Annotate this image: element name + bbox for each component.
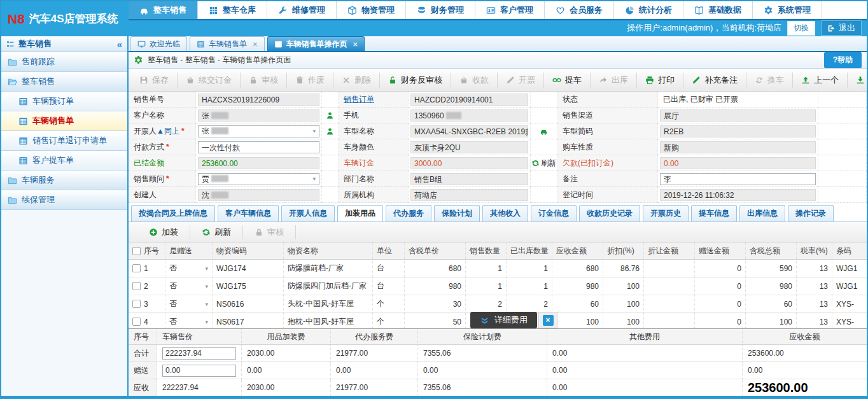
dropdown-arrow-icon: ▾ — [205, 265, 208, 272]
nav-item[interactable]: 客户管理 — [475, 1, 545, 19]
sidebar-item[interactable]: 车辆服务 — [1, 171, 127, 190]
help-button[interactable]: ?帮助 — [824, 52, 862, 68]
sidebar-item[interactable]: 车辆销售单 — [1, 111, 127, 131]
app-title: 汽车4S店管理系统 — [29, 11, 118, 26]
detail-tab[interactable]: 出库信息 — [739, 205, 785, 221]
toolbar-button[interactable]: 补充备注 — [683, 73, 746, 88]
invoicee-select[interactable]: 张▾ — [198, 125, 319, 137]
toolbar-button[interactable]: 收款 — [451, 73, 498, 88]
detail-tab[interactable]: 操作记录 — [788, 205, 834, 221]
vehicle-price-value[interactable]: 222237.94 — [162, 347, 236, 360]
nav-item[interactable]: 会员服务 — [545, 1, 614, 19]
select-all-checkbox[interactable] — [132, 247, 141, 255]
toolbar-button[interactable]: 财务反审核 — [380, 73, 451, 88]
pick-invoicee-icon[interactable] — [326, 127, 334, 136]
detail-tab[interactable]: 加装用品 — [337, 205, 383, 222]
items-toolbar-button[interactable]: 加装 — [137, 225, 190, 239]
detail-tab[interactable]: 保险计划 — [434, 205, 480, 221]
detail-tab[interactable]: 订金信息 — [531, 205, 577, 221]
toolbar-button[interactable]: 续交订金 — [178, 73, 241, 88]
page-tab-label: 车辆销售单操作页 — [286, 39, 347, 50]
close-tab-icon[interactable]: × — [353, 40, 358, 48]
detail-tab[interactable]: 客户车辆信息 — [218, 205, 279, 221]
close-tab-icon[interactable]: × — [253, 40, 258, 48]
detail-tab[interactable]: 收款历史记录 — [579, 205, 640, 221]
page-tab[interactable]: 车辆销售单操作页 × — [267, 36, 365, 51]
toolbar-button[interactable]: 开票 — [498, 73, 544, 88]
receivable-total-value: 253600.00 — [743, 345, 867, 361]
sidebar-item[interactable]: 客户提车单 — [1, 151, 127, 171]
toolbar-button[interactable]: 下一个 — [848, 73, 867, 88]
order-form: 销售单号 HAZCXS20191226009 销售订单 HAZCDD201909… — [129, 92, 867, 203]
items-toolbar-button[interactable]: 审核 — [243, 225, 296, 239]
payment-input[interactable]: 一次性付款 — [198, 141, 319, 153]
toolbar-button[interactable]: 作废 — [287, 73, 333, 88]
toggle-detail-fee-button[interactable]: 详细费用 — [470, 312, 537, 328]
switch-org-button[interactable]: 切换 — [787, 21, 815, 36]
toolbar-button[interactable]: 审核 — [241, 73, 287, 88]
close-detail-fee-icon[interactable]: × — [543, 315, 554, 326]
row-checkbox[interactable] — [132, 282, 141, 290]
detail-tab[interactable]: 按揭合同及上牌信息 — [131, 205, 215, 221]
page-tab[interactable]: 车辆销售单 × — [190, 36, 265, 51]
sidebar-item[interactable]: 整车销售 — [1, 72, 127, 92]
creator-value: 沈 — [198, 189, 319, 201]
nav-item[interactable]: 统计分析 — [614, 1, 683, 19]
deposit-value: 3000.00 — [410, 157, 528, 169]
toolbar-button[interactable]: 提车 — [544, 73, 591, 88]
item-row[interactable]: 3 否▾ NS0616 头枕-中国风-好车屋 个 30 2 2 60 100 0… — [129, 295, 867, 313]
gift-select[interactable]: 否▾ — [169, 298, 208, 309]
sidebar-item[interactable]: 售前跟踪 — [1, 52, 127, 72]
logout-button[interactable]: 退出 — [821, 20, 862, 36]
toolbar-button[interactable]: 删除 — [333, 73, 380, 88]
nav-item[interactable]: 整车销售 — [129, 1, 198, 19]
sidebar-item[interactable]: 车辆预订单 — [1, 92, 127, 111]
row-checkbox[interactable] — [132, 318, 141, 326]
toolbar-button[interactable]: 上一个 — [793, 73, 848, 88]
nav-item[interactable]: 物资管理 — [337, 1, 406, 19]
remark-input[interactable]: 李 — [660, 173, 816, 185]
fee-summary-panel: 序号 车辆售价 用品加装费 代办服务费 保险计划费 其他费用 应收金额 合计 2… — [129, 328, 867, 396]
items-toolbar-button[interactable]: 刷新 — [190, 225, 243, 239]
detail-tab[interactable]: 其他收入 — [482, 205, 528, 221]
detail-fee-popup: 详细费用 × — [470, 312, 557, 328]
vehicle-price-value[interactable]: 0.00 — [162, 365, 236, 377]
detail-tab[interactable]: 开票人信息 — [281, 205, 335, 221]
same-as-above-link[interactable]: ▲同上 — [157, 126, 179, 137]
nav-item[interactable]: 财务管理 — [406, 1, 475, 19]
sidebar-item[interactable]: 续保管理 — [1, 190, 127, 210]
pick-customer-icon[interactable] — [326, 111, 334, 120]
toolbar-button[interactable]: 出库 — [591, 73, 637, 88]
summary-row: 赠送 0.00 0.00 0.00 0.00 0.00 0.00 — [129, 362, 867, 379]
sale-order-link[interactable]: 销售订单 — [344, 94, 374, 105]
nav-item[interactable]: 维修管理 — [267, 1, 337, 19]
gift-select[interactable]: 否▾ — [169, 263, 208, 274]
item-barcode: WJG1 — [832, 260, 867, 277]
detail-tab[interactable]: 提车信息 — [691, 205, 737, 221]
logo-n8: N8 — [8, 11, 25, 27]
sidebar-item-label: 售前跟踪 — [22, 56, 55, 67]
sidebar-item-label: 车辆销售单 — [32, 115, 74, 127]
row-checkbox[interactable] — [132, 264, 141, 272]
sidebar-item[interactable]: 销售订单退订申请单 — [1, 131, 127, 151]
collapse-sidebar-icon[interactable]: « — [117, 39, 122, 50]
detail-tab-label: 提车信息 — [699, 209, 729, 218]
nav-item[interactable]: 基础数据 — [683, 1, 753, 19]
car-icon[interactable] — [540, 127, 548, 136]
item-row[interactable]: 2 否▾ WJG175 防爆膜四门加后档-厂家 台 980 1 1 980 10… — [129, 277, 867, 295]
vehicle-price-value[interactable]: 222237.94 — [162, 383, 199, 392]
advisor-select[interactable]: 贾▾ — [198, 173, 319, 185]
gift-select[interactable]: 否▾ — [169, 281, 208, 291]
page-tab[interactable]: 欢迎光临 — [130, 36, 187, 51]
toolbar-button[interactable]: 打印 — [637, 73, 683, 88]
detail-tab[interactable]: 开票历史 — [643, 205, 689, 221]
toolbar-button[interactable]: 保存 — [131, 73, 178, 88]
nav-item[interactable]: 整车仓库 — [198, 1, 267, 19]
refresh-deposit-button[interactable]: 刷新 — [531, 155, 557, 171]
gift-select[interactable]: 否▾ — [169, 316, 208, 327]
nav-item[interactable]: 系统管理 — [753, 1, 822, 19]
row-checkbox[interactable] — [132, 300, 141, 308]
toolbar-button[interactable]: 换车 — [746, 73, 793, 88]
item-row[interactable]: 1 否▾ WJG174 防爆膜前档-厂家 台 680 1 1 680 86.76… — [129, 260, 867, 277]
detail-tab[interactable]: 代办服务 — [386, 205, 431, 221]
